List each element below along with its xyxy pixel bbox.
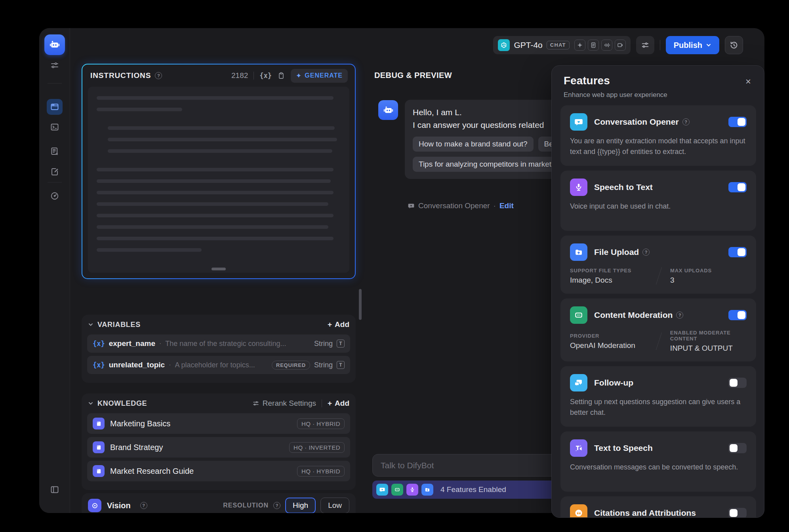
text-to-speech-icon xyxy=(570,439,587,457)
help-icon[interactable]: ? xyxy=(682,118,690,125)
knowledge-name: Marketing Basics xyxy=(110,419,170,428)
chevron-down-icon[interactable] xyxy=(88,322,93,327)
variable-token-icon: {x} xyxy=(93,340,105,348)
generate-label: GENERATE xyxy=(305,72,343,79)
history-clock-icon xyxy=(729,40,739,50)
sidebar-item-terminal[interactable] xyxy=(47,119,63,135)
copy-button[interactable] xyxy=(277,72,285,80)
toolbar-divider xyxy=(253,72,254,80)
model-name: GPT-4o xyxy=(514,40,542,50)
instructions-panel: INSTRUCTIONS ? 2182 {x} ✦ GE xyxy=(82,64,356,279)
plus-icon: + xyxy=(328,320,332,329)
feature-toggle[interactable] xyxy=(728,247,747,257)
knowledge-row[interactable]: Brand Strategy HQ · INVERTED xyxy=(87,437,350,458)
feature-toggle[interactable] xyxy=(728,508,747,518)
feature-card-text-to-speech: Text to Speech Conversation messages can… xyxy=(560,431,756,492)
knowledge-badge: HQ · HYBRID xyxy=(297,466,345,477)
knowledge-row[interactable]: Market Research Guide HQ · HYBRID xyxy=(87,461,350,481)
dot-separator: · xyxy=(159,340,161,347)
sliders-icon xyxy=(252,400,259,407)
help-icon[interactable]: ? xyxy=(642,249,650,256)
help-icon[interactable]: ? xyxy=(676,312,683,319)
required-badge: REQUIRED xyxy=(272,361,310,370)
meta-label: PROVIDER xyxy=(570,333,648,339)
feature-title: Conversation Opener xyxy=(594,117,679,127)
features-enabled-label: 4 Features Enabled xyxy=(440,485,506,494)
sidebar-item-logs[interactable] xyxy=(47,143,63,159)
conversation-opener-mini-icon xyxy=(376,484,388,496)
dot-separator: · xyxy=(494,201,496,210)
sidebar-divider xyxy=(48,83,62,84)
vision-capability-icon xyxy=(574,40,585,51)
resolution-high-button[interactable]: High xyxy=(285,498,316,513)
knowledge-section: KNOWLEDGE Rerank Settings + Add xyxy=(82,393,356,490)
help-icon[interactable]: ? xyxy=(140,502,147,509)
meta-label: SUPPORT FILE TYPES xyxy=(570,268,648,274)
feature-toggle[interactable] xyxy=(728,378,747,388)
feature-toggle[interactable] xyxy=(728,182,747,192)
history-button[interactable] xyxy=(725,36,743,54)
instructions-editor[interactable] xyxy=(88,87,349,273)
feature-title: Speech to Text xyxy=(594,182,653,192)
model-selector[interactable]: GPT-4o CHAT xyxy=(493,36,630,54)
resolution-low-button[interactable]: Low xyxy=(320,498,349,513)
meta-divider xyxy=(656,332,662,350)
feature-card-conversation-opener: Conversation Opener ? You are an entity … xyxy=(560,105,756,166)
close-icon[interactable]: × xyxy=(743,76,754,87)
edit-page-icon xyxy=(50,167,59,177)
rerank-settings-button[interactable]: Rerank Settings xyxy=(252,399,316,408)
resize-handle[interactable] xyxy=(212,268,226,270)
scrollbar-thumb[interactable] xyxy=(359,289,362,320)
model-settings-button[interactable] xyxy=(636,36,654,54)
sidebar xyxy=(39,28,70,513)
chevron-down-icon[interactable] xyxy=(88,401,93,406)
header-actions: GPT-4o CHAT xyxy=(493,36,743,54)
knowledge-row[interactable]: Marketing Basics HQ · HYBRID xyxy=(87,413,350,434)
sidebar-item-orchestrate[interactable] xyxy=(47,99,63,115)
feature-title: Follow-up xyxy=(594,378,633,388)
variable-row[interactable]: {x} unrelated_topic · A placeholder for … xyxy=(87,356,350,374)
variable-name: unrelated_topic xyxy=(109,361,165,369)
suggested-question-chip[interactable]: How to make a brand stand out? xyxy=(413,137,534,152)
insert-variable-button[interactable]: {x} xyxy=(259,72,272,80)
edit-opener-link[interactable]: Edit xyxy=(499,201,514,210)
robot-icon xyxy=(49,39,61,51)
feature-toggle[interactable] xyxy=(728,443,747,453)
sparkle-icon: ✦ xyxy=(296,72,301,80)
feature-title: File Upload xyxy=(594,247,639,257)
features-card-list: Conversation Opener ? You are an entity … xyxy=(560,105,756,518)
text-input-type-icon: T xyxy=(337,361,345,369)
variable-row[interactable]: {x} expert_name · The name of the strate… xyxy=(87,334,350,353)
file-upload-icon xyxy=(570,243,587,261)
speech-to-text-mini-icon xyxy=(406,484,418,496)
publish-button[interactable]: Publish xyxy=(666,36,719,54)
sidebar-item-monitoring[interactable] xyxy=(47,188,63,204)
conversation-opener-icon xyxy=(570,113,587,131)
sidebar-collapse-button[interactable] xyxy=(47,482,63,498)
knowledge-badge: HQ · HYBRID xyxy=(297,418,345,429)
debug-preview-title: DEBUG & PREVIEW xyxy=(374,71,452,80)
variable-type: String xyxy=(314,340,333,348)
plus-icon: + xyxy=(328,399,332,408)
header-divider xyxy=(660,40,660,50)
instructions-header: INSTRUCTIONS ? 2182 {x} ✦ GE xyxy=(82,65,355,87)
feature-toggle[interactable] xyxy=(728,117,747,127)
app-avatar[interactable] xyxy=(44,34,65,55)
text-input-type-icon: T xyxy=(337,340,345,348)
sidebar-item-annotation[interactable] xyxy=(47,164,63,180)
add-knowledge-button[interactable]: + Add xyxy=(328,399,349,408)
feature-card-speech-to-text: Speech to Text Voice input can be used i… xyxy=(560,171,756,231)
add-variable-button[interactable]: + Add xyxy=(328,320,349,329)
resolution-label: RESOLUTION xyxy=(223,502,269,509)
generate-button[interactable]: ✦ GENERATE xyxy=(291,69,348,83)
instructions-skeleton xyxy=(97,96,341,252)
meta-value: INPUT & OUTPUT xyxy=(670,344,747,353)
meta-value: Image, Docs xyxy=(570,276,648,285)
variable-name: expert_name xyxy=(109,339,155,348)
feature-description: Conversation messages can be converted t… xyxy=(570,462,747,473)
sidebar-item-settings[interactable] xyxy=(47,57,63,73)
publish-label: Publish xyxy=(674,41,702,50)
help-icon[interactable]: ? xyxy=(273,502,280,509)
help-icon[interactable]: ? xyxy=(155,72,162,79)
feature-toggle[interactable] xyxy=(728,310,747,320)
